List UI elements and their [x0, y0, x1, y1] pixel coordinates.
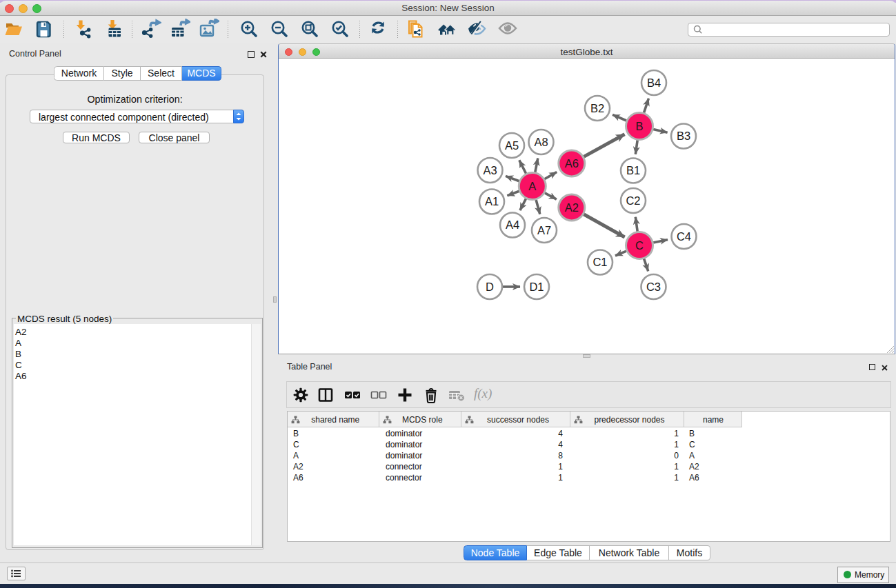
svg-text:C: C [635, 239, 644, 252]
svg-text:D: D [486, 281, 494, 293]
svg-text:A: A [528, 180, 536, 192]
svg-text:A6: A6 [565, 157, 579, 170]
svg-text:C3: C3 [646, 281, 661, 293]
svg-text:A5: A5 [505, 139, 519, 152]
svg-text:B1: B1 [626, 164, 640, 176]
svg-text:A3: A3 [483, 164, 497, 176]
svg-text:B: B [635, 120, 643, 132]
svg-text:B2: B2 [590, 102, 604, 114]
svg-text:A8: A8 [534, 136, 548, 148]
svg-text:A4: A4 [506, 219, 519, 231]
svg-text:A1: A1 [485, 195, 499, 207]
svg-text:A7: A7 [537, 224, 551, 236]
svg-text:C1: C1 [593, 256, 607, 268]
svg-text:C4: C4 [677, 230, 691, 243]
svg-text:C2: C2 [626, 194, 640, 207]
svg-text:B3: B3 [677, 130, 690, 142]
svg-text:B4: B4 [647, 77, 661, 89]
svg-text:D1: D1 [529, 281, 544, 293]
svg-text:A2: A2 [565, 201, 579, 214]
